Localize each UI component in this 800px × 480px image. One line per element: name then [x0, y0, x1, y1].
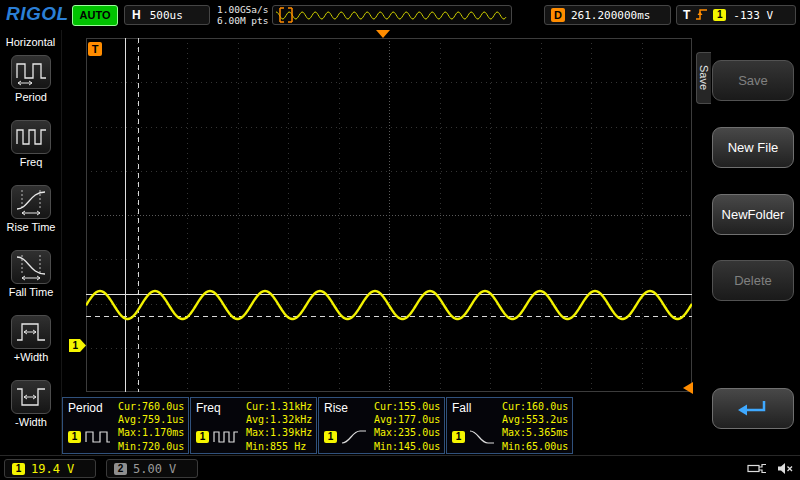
- measure-min: Min:855 Hz: [246, 440, 312, 453]
- channel-1-ground-marker[interactable]: 1: [69, 339, 87, 352]
- channel-badge: 1: [68, 431, 81, 443]
- measure-max: Max:5.365ms: [502, 426, 568, 439]
- menu-sidebar: Save Save New File NewFolder Delete: [696, 30, 800, 455]
- delay-position-marker: [683, 382, 693, 394]
- measure-avg: Avg:177.0us: [374, 413, 440, 426]
- ground-marker-label: 1: [73, 340, 79, 351]
- fall-time-icon: [11, 250, 51, 284]
- measure-cur: Cur:1.31kHz: [246, 400, 312, 413]
- sidebar-item-label: Rise Time: [0, 221, 62, 233]
- delay-value: 261.200000ms: [571, 9, 650, 22]
- rise-measure-icon: [341, 428, 367, 446]
- freq-icon: [11, 120, 51, 154]
- trigger-source-marker-label: T: [92, 43, 99, 55]
- sidebar-item-period[interactable]: Period: [0, 55, 62, 103]
- measurement-source: 1: [324, 428, 367, 446]
- sidebar-item-label: Freq: [0, 156, 62, 168]
- preview-plot: [273, 6, 511, 24]
- measure-max: Max:1.170ms: [118, 426, 184, 439]
- fall-measure-icon: [469, 428, 495, 446]
- channel-badge: 1: [196, 431, 209, 443]
- return-arrow-icon: [736, 399, 770, 419]
- horizontal-scale-box[interactable]: H 500us: [124, 5, 210, 25]
- channel-2-badge: 2: [114, 463, 127, 475]
- new-folder-button[interactable]: NewFolder: [712, 194, 794, 235]
- sidebar-item-freq[interactable]: Freq: [0, 120, 62, 168]
- channel-2-status[interactable]: 2 5.00 V: [106, 459, 198, 478]
- measure-cur: Cur:160.0us: [502, 400, 568, 413]
- measurement-name: Rise: [324, 401, 348, 415]
- channel-badge: 1: [324, 431, 337, 443]
- measure-cur: Cur:155.0us: [374, 400, 440, 413]
- trigger-position-marker[interactable]: [376, 30, 390, 38]
- measurement-values: Cur:1.31kHz Avg:1.32kHz Max:1.39kHz Min:…: [246, 400, 312, 453]
- measurement-panel-period[interactable]: Period 1 Cur:760.0us Avg:759.1us Max:1.1…: [62, 397, 189, 454]
- freq-measure-icon: [213, 428, 239, 446]
- measurement-name: Period: [68, 401, 103, 415]
- channel-1-scale: 19.4 V: [31, 462, 74, 476]
- sidebar-item-neg-width[interactable]: -Width: [0, 380, 62, 428]
- usb-icon: [747, 462, 767, 475]
- measure-sidebar: Horizontal Period Freq Rise Time Fall Ti…: [0, 30, 62, 455]
- measure-max: Max:1.39kHz: [246, 426, 312, 439]
- measure-avg: Avg:759.1us: [118, 413, 184, 426]
- measure-cur: Cur:760.0us: [118, 400, 184, 413]
- delete-button[interactable]: Delete: [712, 260, 794, 301]
- measurement-values: Cur:155.0us Avg:177.0us Max:235.0us Min:…: [374, 400, 440, 453]
- edge-trigger-icon: [695, 8, 708, 22]
- trigger-source-badge: 1: [713, 9, 726, 21]
- sidebar-item-pos-width[interactable]: +Width: [0, 315, 62, 363]
- period-measure-icon: [85, 428, 111, 446]
- sidebar-item-label: -Width: [0, 416, 62, 428]
- measure-avg: Avg:553.2us: [502, 413, 568, 426]
- graticule: [86, 38, 692, 392]
- run-state-badge[interactable]: AUTO: [72, 5, 118, 26]
- sidebar-item-fall-time[interactable]: Fall Time: [0, 250, 62, 298]
- memory-depth: 6.00M pts: [217, 15, 268, 26]
- measurement-panel-fall[interactable]: Fall 1 Cur:160.0us Avg:553.2us Max:5.365…: [446, 397, 573, 454]
- channel-badge: 1: [452, 431, 465, 443]
- sidebar-item-label: +Width: [0, 351, 62, 363]
- measurement-source: 1: [196, 428, 239, 446]
- rigol-logo: RIGOL: [6, 3, 69, 25]
- waveform-memory-preview[interactable]: [272, 5, 512, 25]
- top-bar: RIGOL AUTO H 500us 1.00GSa/s 6.00M pts D…: [0, 0, 800, 30]
- measure-min: Min:145.0us: [374, 440, 440, 453]
- neg-width-icon: [11, 380, 51, 414]
- channel-1-status[interactable]: 1 19.4 V: [4, 459, 96, 478]
- sample-rate: 1.00GSa/s: [217, 4, 268, 15]
- acquisition-info: 1.00GSa/s 6.00M pts: [217, 4, 268, 26]
- trigger-box[interactable]: T 1 -133 V: [676, 5, 796, 25]
- preview-waveform: [276, 12, 506, 19]
- measurement-name: Freq: [196, 401, 221, 415]
- pos-width-icon: [11, 315, 51, 349]
- measurement-name: Fall: [452, 401, 471, 415]
- back-button[interactable]: [712, 388, 794, 429]
- save-button[interactable]: Save: [712, 60, 794, 101]
- sidebar-item-label: Period: [0, 91, 62, 103]
- scope-display: T 1: [62, 30, 696, 397]
- measure-avg: Avg:1.32kHz: [246, 413, 312, 426]
- channel-1-badge: 1: [12, 463, 25, 475]
- horizontal-label: H: [132, 8, 141, 22]
- new-file-button[interactable]: New File: [712, 127, 794, 168]
- measure-max: Max:235.0us: [374, 426, 440, 439]
- bottom-status-bar: 1 19.4 V 2 5.00 V: [0, 455, 800, 480]
- sidebar-item-rise-time[interactable]: Rise Time: [0, 185, 62, 233]
- menu-title-tab: Save: [696, 52, 711, 104]
- measurement-panel-rise[interactable]: Rise 1 Cur:155.0us Avg:177.0us Max:235.0…: [318, 397, 445, 454]
- delay-label: D: [551, 8, 565, 22]
- measure-category-title[interactable]: Horizontal: [0, 36, 61, 48]
- graticule-area: T 1: [86, 38, 692, 392]
- measurement-values: Cur:160.0us Avg:553.2us Max:5.365ms Min:…: [502, 400, 568, 453]
- horizontal-scale-value: 500us: [150, 9, 183, 22]
- status-icons: [747, 462, 794, 475]
- measurement-panel-freq[interactable]: Freq 1 Cur:1.31kHz Avg:1.32kHz Max:1.39k…: [190, 397, 317, 454]
- trigger-label: T: [683, 8, 690, 22]
- measurement-values: Cur:760.0us Avg:759.1us Max:1.170ms Min:…: [118, 400, 184, 453]
- trigger-level-value: -133 V: [733, 9, 773, 22]
- grid-lines: [86, 38, 692, 392]
- rise-time-icon: [11, 185, 51, 219]
- channel-2-scale: 5.00 V: [133, 462, 176, 476]
- delay-time-box[interactable]: D 261.200000ms: [544, 5, 671, 25]
